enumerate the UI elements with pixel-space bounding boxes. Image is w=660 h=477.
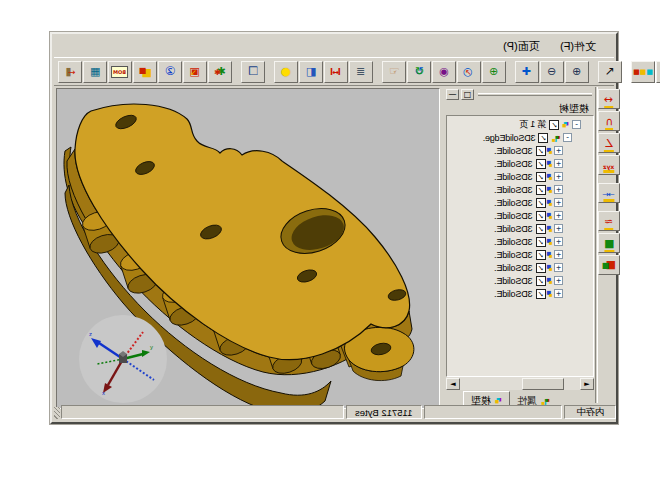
expand-icon[interactable]: + [554, 185, 563, 194]
menu-item-file[interactable]: 文件(F) [558, 38, 598, 55]
visibility-checkbox[interactable]: ✓ [549, 120, 559, 130]
tree-item-part[interactable]: +■■✓3DSolidE. [447, 144, 593, 157]
tree-item-part[interactable]: +■■✓3DSolidE. [447, 235, 593, 248]
zoom-area-icon: ⊕ [489, 64, 498, 79]
part-icon: ■■ [549, 196, 551, 209]
axis-indicator[interactable]: z x y [79, 315, 167, 403]
orbit-view-button[interactable]: ◉ [432, 61, 456, 83]
visibility-checkbox[interactable]: ✓ [536, 211, 546, 221]
part-icon: ■■ [549, 261, 551, 274]
expand-icon[interactable]: + [554, 224, 563, 233]
light-bulb-button[interactable]: ● [274, 61, 298, 83]
status-bar: 115712 Bytes 内存中 [54, 404, 614, 420]
tools-gears-button[interactable]: ✱✱ [208, 61, 232, 83]
collapse-icon[interactable]: - [563, 133, 572, 142]
visibility-checkbox[interactable]: ✓ [536, 198, 546, 208]
visibility-checkbox[interactable]: ✓ [536, 250, 546, 260]
curve-length-button[interactable]: ≈ [598, 211, 620, 231]
tree-item-part[interactable]: +■■✓3DSolidE. [447, 222, 593, 235]
angle-dim-button[interactable]: ∠ [598, 133, 620, 153]
visibility-checkbox[interactable]: ✓ [536, 146, 546, 156]
scroll-thumb[interactable] [522, 378, 564, 390]
visibility-checkbox[interactable]: ✓ [536, 289, 546, 299]
minimize-panel-button[interactable]: — [446, 89, 459, 100]
expand-icon[interactable]: + [554, 211, 563, 220]
visibility-checkbox[interactable]: ✓ [536, 224, 546, 234]
tree-item-assembly[interactable]: -■■■■✓3DSolidEdge. [447, 131, 593, 144]
status-message-cell [61, 405, 344, 419]
visibility-checkbox[interactable]: ✓ [536, 263, 546, 273]
expand-icon[interactable]: + [554, 263, 563, 272]
expand-icon[interactable]: + [554, 198, 563, 207]
volume-measure-icon: ■■ [602, 257, 616, 273]
zoom-out-button[interactable]: ⊖ [540, 61, 564, 83]
zoom-area-button[interactable]: ⊕ [482, 61, 506, 83]
pan-cross-button[interactable]: ✚ [515, 61, 539, 83]
angle-dim-icon: ∠ [604, 136, 614, 151]
expand-icon[interactable]: + [554, 289, 563, 298]
page-icon: ■■■ [562, 118, 569, 131]
visibility-checkbox[interactable]: ✓ [536, 159, 546, 169]
expand-icon[interactable]: + [554, 146, 563, 155]
tree-horizontal-scrollbar[interactable]: ◄ ► [446, 377, 594, 390]
visibility-checkbox[interactable]: ✓ [536, 185, 546, 195]
area-measure-button[interactable]: ■ [598, 233, 620, 253]
volume-measure-button[interactable]: ■■ [598, 255, 620, 275]
view-manager-icon: ❒ [248, 64, 258, 79]
scroll-right-icon[interactable]: ► [580, 378, 594, 390]
visibility-checkbox[interactable]: ✓ [539, 133, 549, 143]
workspace: z x y — □ 模型树 -■■■✓第 1 页-■■■■✓3DSolidEdg… [54, 87, 614, 403]
panel-grip[interactable] [478, 93, 592, 96]
display-mode-button[interactable]: ◧ [299, 61, 323, 83]
expand-icon[interactable]: + [554, 237, 563, 246]
zoom-pointer-button[interactable]: ○↗ [457, 61, 481, 83]
distance-dim-button[interactable]: →← [598, 183, 620, 203]
collapse-icon[interactable]: - [572, 120, 581, 129]
dimension-style-button[interactable]: I↔I [324, 61, 348, 83]
menu-item-page[interactable]: 页面(P) [501, 38, 542, 55]
panel-titlebar: — □ [446, 88, 594, 101]
visibility-checkbox[interactable]: ✓ [536, 172, 546, 182]
scroll-left-icon[interactable]: ◄ [446, 378, 460, 390]
tree-item-label: 3DSolidE. [494, 289, 532, 299]
tree-item-part[interactable]: +■■✓3DSolidE. [447, 209, 593, 222]
visibility-checkbox[interactable]: ✓ [536, 237, 546, 247]
palette-button[interactable]: ■■■ [631, 61, 655, 83]
tree-item-part[interactable]: +■■✓3DSolidE. [447, 274, 593, 287]
view-manager-button[interactable]: ❒ [241, 61, 265, 83]
zoom-in-button[interactable]: ⊕ [565, 61, 589, 83]
tree-item-part[interactable]: +■■✓3DSolidE. [447, 183, 593, 196]
tree-item-label: 3DSolidE. [494, 146, 532, 156]
tree-item-part[interactable]: +■■✓3DSolidE. [447, 157, 593, 170]
tree-item-part[interactable]: +■■✓3DSolidE. [447, 196, 593, 209]
tree-item-part[interactable]: +■■✓3DSolidE. [447, 248, 593, 261]
expand-icon[interactable]: + [554, 159, 563, 168]
drawing-tree-button[interactable]: ▦ [83, 61, 107, 83]
tree-item-part[interactable]: +■■✓3DSolidE. [447, 170, 593, 183]
rotate-view-button[interactable]: ↻↺ [407, 61, 431, 83]
select-arrow-button[interactable]: ↖ [598, 61, 622, 83]
tree-item-part[interactable]: +■■✓3DSolidE. [447, 261, 593, 274]
update-cycle-button[interactable]: ② [158, 61, 182, 83]
exit-door-button[interactable]: ▮← [58, 61, 82, 83]
bom-table-button[interactable]: BOM [108, 61, 132, 83]
scroll-track[interactable] [460, 378, 580, 390]
tree-item-part[interactable]: +■■✓3DSolidE. [447, 287, 593, 300]
tools-gears-icon: ✱✱ [214, 64, 226, 80]
radius-dim-button[interactable]: ∩ [598, 111, 620, 131]
linear-dim-button[interactable]: ↔ [598, 89, 620, 109]
visibility-checkbox[interactable]: ✓ [536, 276, 546, 286]
blocks-button[interactable]: ■■ [133, 61, 157, 83]
3d-viewport[interactable]: z x y [56, 88, 440, 409]
pan-hand-button[interactable]: ☜ [382, 61, 406, 83]
coord-dim-button[interactable]: xyz [598, 155, 620, 175]
expand-icon[interactable]: + [554, 250, 563, 259]
tree-item-page[interactable]: -■■■✓第 1 页 [447, 118, 593, 131]
expand-icon[interactable]: + [554, 172, 563, 181]
resize-grip[interactable] [54, 407, 60, 419]
move-face-button[interactable]: ▣↘ [183, 61, 207, 83]
expand-icon[interactable]: + [554, 276, 563, 285]
restore-panel-button[interactable]: □ [461, 89, 474, 100]
pen-button[interactable]: ✎ [656, 61, 660, 83]
layers-button[interactable]: ≣ [349, 61, 373, 83]
